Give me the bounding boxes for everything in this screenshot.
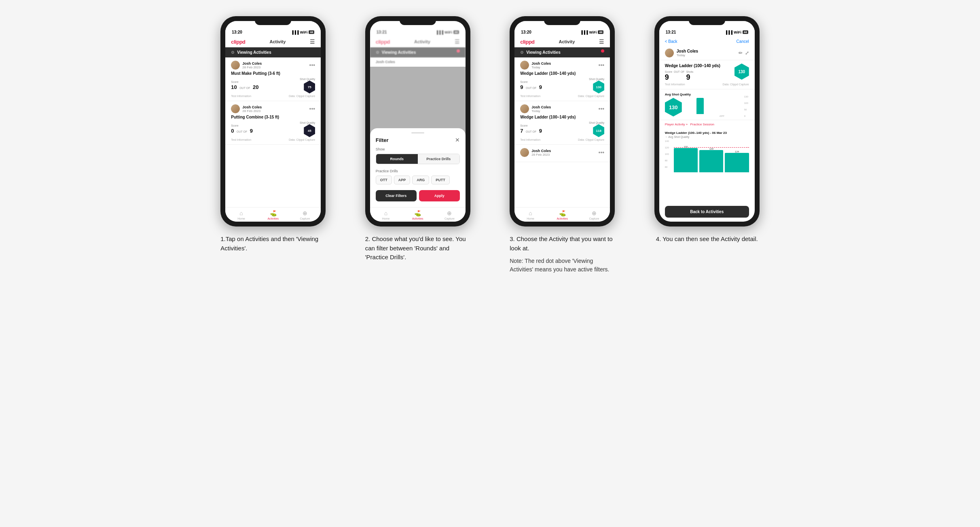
app-header-3: clippd Activity ☰: [514, 36, 610, 47]
activity-card-3-2[interactable]: Josh Coles Today ••• Wedge Ladder (100–1…: [514, 101, 610, 145]
cancel-btn-4[interactable]: Cancel: [737, 39, 749, 44]
nav-capture-2[interactable]: ⊕ Capture: [434, 210, 466, 220]
chart-subtitle-4: → Avg Shot Quality: [665, 135, 749, 138]
app-logo-3: clippd: [520, 39, 534, 45]
hamburger-icon-1[interactable]: ☰: [310, 38, 315, 45]
quality-badge-1-2: 45: [304, 124, 315, 137]
app-logo-2: clippd: [376, 39, 390, 45]
card-header-1-1: Josh Coles 28 Feb 2023 •••: [231, 61, 315, 70]
status-icons-1: ▐▐▐ WiFi 44: [291, 30, 314, 34]
nav-capture-3[interactable]: ⊕ Capture: [578, 210, 610, 220]
bar-4-3: [725, 153, 749, 172]
hamburger-icon-3[interactable]: ☰: [599, 38, 604, 45]
drill-tags-2: OTT APP ARG PUTT: [376, 176, 460, 184]
card-header-1-2: Josh Coles 28 Feb 2023 •••: [231, 104, 315, 113]
filter-header-2: Filter ✕: [376, 137, 460, 143]
filter-overlay-2: Filter ✕ Show Rounds Practice Drills Pra…: [370, 67, 466, 207]
nav-home-3[interactable]: ⌂ Home: [514, 210, 546, 220]
nav-capture-1[interactable]: ⊕ Capture: [289, 210, 321, 220]
activity-card-3-1[interactable]: Josh Coles Today ••• Wedge Ladder (100–1…: [514, 57, 610, 101]
detail-chart-section-4: Wedge Ladder (100–140 yds) - 06 Mar 23 →…: [659, 129, 755, 206]
edit-icon-4[interactable]: ✏: [739, 50, 743, 56]
quality-group-1-1: Shot Quality 75: [300, 78, 315, 93]
red-dot-2: [457, 49, 460, 53]
banner-icon-1: ⚙: [231, 50, 235, 55]
filter-handle-2: [411, 132, 424, 133]
caption-2: 2. Choose what you'd like to see. You ca…: [365, 235, 470, 262]
caption-4: 4. You can then see the Activity detail.: [656, 235, 758, 244]
detail-header-4: < Back Cancel: [659, 36, 755, 46]
activities-icon-2: ⛳: [414, 210, 421, 216]
app-title-2: Activity: [414, 39, 430, 44]
nav-activities-1[interactable]: ⛳ Activities: [257, 210, 289, 220]
bar-4-1: [674, 148, 698, 172]
detail-user-row-4: Josh Coles Today ✏ ⤢: [659, 46, 755, 60]
viewing-banner-3[interactable]: ⚙ Viewing Activities: [514, 47, 610, 57]
clear-filters-btn[interactable]: Clear Filters: [376, 190, 417, 201]
activity-card-3-3[interactable]: Josh Coles 28 Feb 2023 •••: [514, 145, 610, 162]
detail-icons-4: ✏ ⤢: [739, 50, 749, 56]
banner-text-1: Viewing Activities: [237, 50, 271, 55]
avatar-4: [665, 49, 674, 57]
app-header-2: clippd Activity ☰: [370, 36, 466, 47]
practice-drills-toggle[interactable]: Practice Drills: [418, 154, 459, 164]
back-btn-4[interactable]: < Back: [665, 39, 677, 44]
user-date-1-2: 28 Feb 2023: [242, 109, 262, 113]
detail-user-date-4: Today: [677, 53, 698, 57]
drill-tag-arg[interactable]: ARG: [412, 176, 429, 184]
home-icon-1: ⌂: [239, 210, 243, 216]
detail-badge-4: 130: [734, 63, 749, 80]
drills-label-2: Practice Drills: [376, 169, 460, 173]
filter-close-btn[interactable]: ✕: [455, 137, 460, 143]
phone-2: 13:21 ▐▐▐ WiFi 44 clippd Activity ☰ ⚙ Vi…: [365, 16, 470, 226]
expand-icon-4[interactable]: ⤢: [745, 50, 749, 56]
more-dots-3-1[interactable]: •••: [599, 62, 605, 68]
signal-icon-1: ▐▐▐: [291, 30, 298, 34]
nav-activities-2[interactable]: ⛳ Activities: [402, 210, 434, 220]
more-dots-1-1[interactable]: •••: [309, 62, 315, 68]
quality-badge-3-2: 118: [593, 124, 604, 137]
bar-group-4-3: 124: [725, 150, 749, 172]
detail-user-info-4: Josh Coles Today: [665, 49, 698, 57]
activities-icon-1: ⛳: [270, 210, 277, 216]
nav-home-1[interactable]: ⌂ Home: [225, 210, 257, 220]
rounds-toggle[interactable]: Rounds: [376, 154, 418, 164]
quality-group-1-2: Shot Quality 45: [300, 121, 315, 137]
caption-text-2: 2. Choose what you'd like to see. You ca…: [365, 235, 470, 262]
drill-tag-app[interactable]: APP: [394, 176, 411, 184]
user-date-1-1: 28 Feb 2023: [242, 66, 262, 69]
step-1-column: 13:20 ▐▐▐ WiFi 44 clippd Activity ☰ ⚙: [207, 16, 340, 253]
scroll-content-3: Josh Coles Today ••• Wedge Ladder (100–1…: [514, 57, 610, 207]
bottom-nav-2: ⌂ Home ⛳ Activities ⊕ Capture: [370, 207, 466, 222]
nav-activities-label-1: Activities: [267, 217, 279, 220]
chart-title-4: Wedge Ladder (100–140 yds) - 06 Mar 23: [665, 131, 749, 135]
filter-title-2: Filter: [376, 137, 389, 143]
activity-card-1-1[interactable]: Josh Coles 28 Feb 2023 ••• Must Make Put…: [225, 57, 321, 101]
caption-text-4: 4. You can then see the Activity detail.: [656, 235, 758, 244]
activity-card-1-2[interactable]: Josh Coles 28 Feb 2023 ••• Putting Combi…: [225, 101, 321, 145]
status-time-1: 13:20: [232, 30, 242, 34]
home-icon-2: ⌂: [384, 210, 387, 216]
more-dots-3-2[interactable]: •••: [599, 106, 605, 112]
viewing-banner-1[interactable]: ⚙ Viewing Activities: [225, 47, 321, 57]
nav-activities-3[interactable]: ⛳ Activities: [546, 210, 578, 220]
drill-name-1-2: Putting Combine (3-15 ft): [231, 115, 315, 119]
chart-y-labels: 130 100 50 0: [744, 95, 748, 117]
status-icons-2: ▐▐▐ WiFi 44: [436, 30, 459, 34]
more-dots-1-2[interactable]: •••: [309, 106, 315, 112]
drill-tag-putt[interactable]: PUTT: [431, 176, 450, 184]
more-dots-3-3[interactable]: •••: [599, 150, 605, 155]
apply-btn[interactable]: Apply: [419, 190, 460, 201]
battery-icon-4: 44: [743, 30, 748, 34]
detail-drill-name-4: Wedge Ladder (100–140 yds): [665, 63, 734, 68]
back-to-activities-btn-4[interactable]: Back to Activities: [665, 206, 749, 218]
practice-session-row-4: Player Activity » Practice Session: [659, 120, 755, 129]
status-time-3: 13:20: [521, 30, 531, 34]
bottom-nav-3: ⌂ Home ⛳ Activities ⊕ Capture: [514, 207, 610, 222]
drill-tag-ott[interactable]: OTT: [376, 176, 392, 184]
nav-home-2[interactable]: ⌂ Home: [370, 210, 402, 220]
hamburger-icon-2: ☰: [455, 38, 460, 45]
phone-3-inner: 13:20 ▐▐▐ WiFi 44 clippd Activity ☰ ⚙ Vi…: [514, 21, 610, 222]
user-info-1-2: Josh Coles 28 Feb 2023: [231, 104, 262, 113]
user-info-1-1: Josh Coles 28 Feb 2023: [231, 61, 262, 70]
